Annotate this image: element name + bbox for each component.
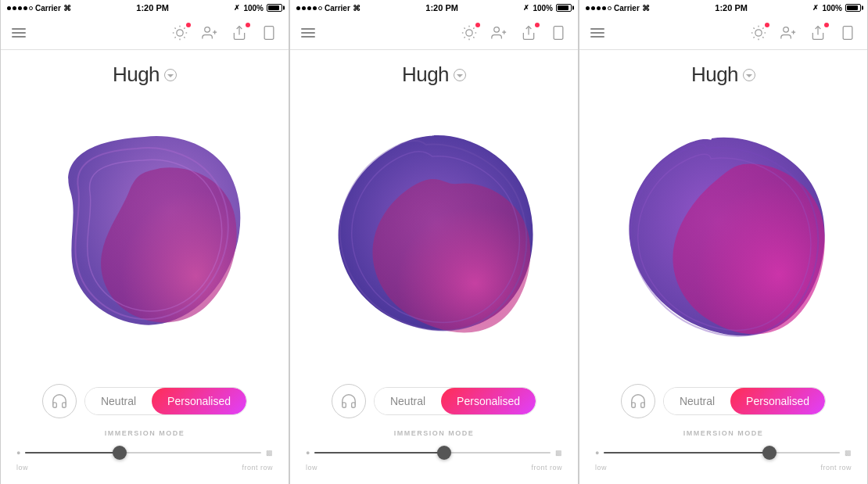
mode-toggle: Neutral Personalised (663, 387, 826, 415)
battery-fill (847, 5, 858, 10)
personalised-button[interactable]: Personalised (730, 388, 825, 414)
share-icon[interactable] (231, 24, 248, 41)
brightness-icon[interactable] (461, 24, 478, 41)
hamburger-line-3 (590, 36, 604, 38)
svg-line-4 (184, 37, 185, 38)
add-user-icon[interactable] (490, 24, 508, 41)
slider-low-icon: ● (306, 449, 310, 457)
brightness-icon[interactable] (750, 24, 767, 41)
slider-labels: low front row (306, 464, 562, 471)
slider-low-icon: ● (16, 449, 20, 457)
hamburger-line-2 (12, 32, 26, 34)
signal-dots (7, 6, 33, 10)
controls-area: Neutral Personalised (290, 375, 578, 418)
headphone-button[interactable] (621, 384, 655, 418)
personalised-button[interactable]: Personalised (152, 388, 246, 414)
toolbar-icons (750, 24, 856, 41)
battery-icon (267, 4, 282, 12)
user-name-row[interactable]: Hugh (1, 63, 289, 87)
carrier-label: Carrier (614, 4, 640, 13)
device-icon[interactable] (550, 24, 567, 41)
signal-dot-3 (307, 6, 311, 10)
status-bar: Carrier ⌘ 1:20 PM ✗ 100% (1, 0, 289, 16)
brightness-icon[interactable] (171, 24, 188, 41)
add-user-icon[interactable] (780, 24, 797, 41)
immersion-section: IMMERSION MODE ● ▩ low front row (579, 418, 867, 484)
svg-line-18 (464, 27, 465, 28)
status-right: ✗ 100% (234, 4, 282, 13)
status-right: ✗ 100% (812, 4, 861, 13)
device-icon[interactable] (260, 24, 278, 41)
user-name: Hugh (402, 63, 449, 87)
slider-high-icon: ▩ (845, 449, 852, 457)
mode-toggle: Neutral Personalised (84, 387, 247, 415)
chevron-down-icon[interactable] (164, 69, 177, 81)
personalised-button[interactable]: Personalised (441, 388, 536, 414)
svg-line-22 (464, 37, 465, 38)
immersion-label: IMMERSION MODE (16, 429, 273, 437)
hamburger-line-1 (590, 28, 604, 30)
slider-high-icon: ▩ (555, 449, 562, 457)
chevron-down-icon[interactable] (454, 69, 466, 81)
svg-line-38 (762, 27, 763, 28)
menu-button[interactable] (590, 28, 604, 38)
headphone-button[interactable] (332, 384, 366, 418)
immersion-slider[interactable] (604, 445, 840, 461)
status-bar: Carrier ⌘ 1:20 PM ✗ 100% (290, 0, 578, 16)
brightness-notification (186, 23, 191, 27)
hamburger-line-3 (12, 36, 26, 38)
slider-row: ● ▩ (306, 445, 562, 461)
menu-button[interactable] (301, 28, 315, 38)
share-icon[interactable] (809, 24, 827, 41)
battery-icon (556, 4, 572, 12)
chevron-down-icon[interactable] (743, 69, 755, 81)
slider-thumb[interactable] (437, 446, 451, 460)
headphone-icon (340, 393, 357, 410)
immersion-slider[interactable] (25, 445, 261, 461)
share-icon[interactable] (520, 24, 537, 41)
add-user-icon[interactable] (201, 24, 218, 41)
svg-line-37 (754, 37, 755, 38)
hamburger-line-2 (590, 32, 604, 34)
hamburger-line-1 (12, 28, 26, 30)
slider-fill (25, 452, 120, 454)
headphone-icon (51, 393, 68, 410)
phone-panel-2: Carrier ⌘ 1:20 PM ✗ 100% (289, 0, 579, 484)
battery-fill (268, 5, 279, 10)
battery-percent: 100% (533, 4, 553, 13)
signal-dot-5 (608, 6, 612, 10)
slider-row: ● ▩ (595, 445, 852, 461)
signal-dot-2 (13, 6, 16, 10)
slider-high-label: front row (820, 464, 852, 471)
slider-thumb[interactable] (762, 446, 777, 460)
neutral-button[interactable]: Neutral (375, 388, 441, 414)
hamburger-line-1 (301, 28, 315, 30)
share-notification (535, 23, 540, 27)
immersion-section: IMMERSION MODE ● ▩ low front row (290, 418, 578, 484)
carrier-label: Carrier (325, 4, 350, 13)
user-name-row[interactable]: Hugh (579, 63, 867, 87)
brightness-notification (765, 23, 769, 27)
user-name-row[interactable]: Hugh (290, 63, 578, 87)
device-icon[interactable] (839, 24, 856, 41)
battery-percent: 100% (822, 4, 842, 13)
signal-dot-1 (586, 6, 590, 10)
neutral-button[interactable]: Neutral (85, 388, 152, 414)
status-bar: Carrier ⌘ 1:20 PM ✗ 100% (579, 0, 867, 16)
neutral-button[interactable]: Neutral (664, 388, 730, 414)
slider-low-icon: ● (595, 449, 599, 457)
slider-track (604, 452, 840, 454)
svg-point-15 (466, 29, 472, 35)
phone-panel-3: Carrier ⌘ 1:20 PM ✗ 100% (579, 0, 868, 484)
signal-dot-2 (591, 6, 595, 10)
immersion-slider[interactable] (314, 445, 551, 461)
signal-dot-5 (318, 6, 322, 10)
svg-line-19 (473, 37, 474, 38)
menu-button[interactable] (12, 28, 26, 38)
wifi-icon: ⌘ (63, 4, 71, 13)
slider-thumb[interactable] (113, 446, 127, 460)
headphone-button[interactable] (42, 384, 77, 418)
time-display: 1:20 PM (715, 3, 748, 13)
hamburger-line-2 (301, 32, 315, 34)
svg-line-33 (754, 27, 755, 28)
